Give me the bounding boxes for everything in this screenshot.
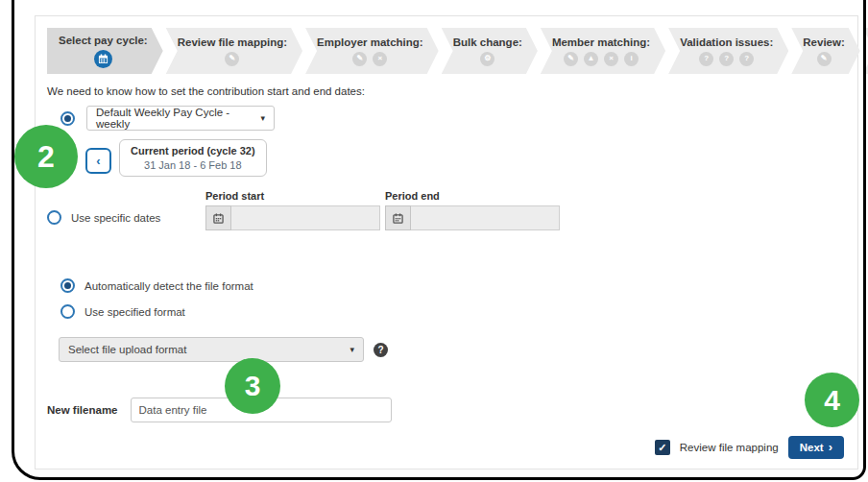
use-specific-dates-label: Use specific dates <box>71 212 160 224</box>
info-icon: i <box>624 52 639 66</box>
calendar-icon <box>94 50 112 68</box>
step-select-pay-cycle[interactable]: Select pay cycle: <box>47 28 163 74</box>
step-member-matching[interactable]: Member matching: ✎ ▲ × i <box>541 28 665 74</box>
pay-cycle-select[interactable]: Default Weekly Pay Cycle - weekly ▾ <box>86 106 275 131</box>
file-format-placeholder: Select file upload format <box>68 344 186 355</box>
period-start-field: Period start <box>205 190 380 230</box>
annotation-circle-3: 3 <box>225 358 280 414</box>
help-icon[interactable]: ? <box>374 343 388 357</box>
use-specified-format-label: Use specified format <box>84 306 185 318</box>
wizard-content: We need to know how to set the contribut… <box>36 85 857 422</box>
filename-label: New filename <box>47 404 118 416</box>
chevron-down-icon: ▾ <box>260 113 265 123</box>
edit-icon: ✎ <box>564 52 578 66</box>
specified-format-row: Use specified format <box>60 304 846 319</box>
question-icon: ? <box>739 52 754 66</box>
step-label: Employer matching: <box>317 36 423 48</box>
step-label: Member matching: <box>552 36 650 48</box>
chevron-left-icon: ‹ <box>96 154 100 168</box>
auto-detect-format-label: Automatically detect the file format <box>84 280 253 292</box>
wizard-stepper: Select pay cycle: Review file mapping: ✎… <box>47 28 846 74</box>
calendar-picker-button[interactable] <box>385 205 411 230</box>
current-period-row: ‹ Current period (cycle 32) 31 Jan 18 - … <box>85 139 846 177</box>
radio-use-specified-format[interactable] <box>60 304 75 319</box>
period-start-input[interactable] <box>231 205 380 230</box>
pay-cycle-row: Default Weekly Pay Cycle - weekly ▾ <box>60 106 846 131</box>
step-validation-issues[interactable]: Validation issues: ? ? ? <box>668 28 788 74</box>
calendar-picker-button[interactable] <box>205 205 231 230</box>
filename-row: New filename <box>47 398 846 422</box>
radio-default-pay-cycle[interactable] <box>60 111 75 126</box>
warning-icon: ▲ <box>584 52 598 66</box>
review-file-mapping-label: Review file mapping <box>680 442 779 453</box>
edit-icon: ✎ <box>225 52 239 66</box>
step-employer-matching[interactable]: Employer matching: ✎ × <box>305 28 439 74</box>
pay-cycle-selected-value: Default Weekly Pay Cycle - weekly <box>96 107 251 130</box>
step-label: Review: <box>803 36 844 48</box>
radio-use-specific-dates[interactable] <box>47 210 61 225</box>
edit-icon: ✎ <box>817 52 832 66</box>
period-start-label: Period start <box>205 190 380 202</box>
radio-auto-detect-format[interactable] <box>60 278 75 293</box>
step-review[interactable]: Review: ✎ <box>791 28 859 74</box>
period-end-input[interactable] <box>411 205 560 230</box>
step-label: Validation issues: <box>680 36 773 48</box>
file-format-select[interactable]: Select file upload format ▾ <box>59 337 364 362</box>
annotation-circle-2: 2 <box>14 125 78 188</box>
wizard-panel: Select pay cycle: Review file mapping: ✎… <box>35 15 858 470</box>
specific-dates-row: Use specific dates Period start Period e… <box>47 190 846 230</box>
close-icon: × <box>604 52 618 66</box>
check-icon: ✓ <box>658 442 666 454</box>
question-icon: ? <box>719 52 734 66</box>
current-period-range: 31 Jan 18 - 6 Feb 18 <box>131 159 255 171</box>
screenshot-stage: Select pay cycle: Review file mapping: ✎… <box>0 0 868 482</box>
step-label: Review file mapping: <box>178 36 287 48</box>
next-button-label: Next <box>800 442 824 453</box>
edit-icon: ✎ <box>352 52 367 66</box>
step-bulk-change[interactable]: Bulk change: ⚙ <box>442 28 538 74</box>
annotation-circle-4: 4 <box>805 373 859 427</box>
period-end-field: Period end <box>385 190 560 230</box>
review-file-mapping-checkbox[interactable]: ✓ <box>655 440 670 455</box>
step-summary-and-submit[interactable]: Summary and submit: → <box>863 28 868 74</box>
intro-text: We need to know how to set the contribut… <box>47 85 846 97</box>
step-review-file-mapping[interactable]: Review file mapping: ✎ <box>166 28 302 74</box>
close-icon: × <box>373 52 387 66</box>
chevron-down-icon: ▾ <box>350 345 354 354</box>
wizard-footer: ✓ Review file mapping Next › <box>655 436 844 459</box>
step-label: Bulk change: <box>453 36 522 48</box>
format-select-row: Select file upload format ▾ ? <box>59 337 846 362</box>
previous-period-button[interactable]: ‹ <box>85 148 111 174</box>
step-label: Select pay cycle: <box>59 35 148 46</box>
period-end-label: Period end <box>385 190 560 202</box>
auto-detect-format-row: Automatically detect the file format <box>60 278 846 293</box>
current-period-title: Current period (cycle 32) <box>131 145 255 157</box>
chevron-right-icon: › <box>829 443 832 452</box>
next-button[interactable]: Next › <box>788 436 844 459</box>
gear-icon: ⚙ <box>480 52 494 66</box>
question-icon: ? <box>699 52 713 66</box>
current-period-box: Current period (cycle 32) 31 Jan 18 - 6 … <box>119 139 267 177</box>
